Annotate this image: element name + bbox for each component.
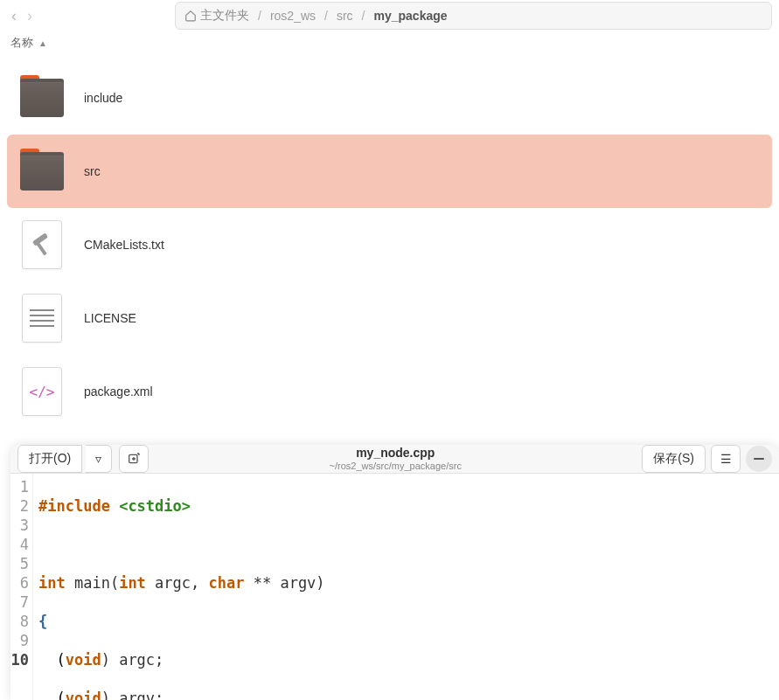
list-item[interactable]: CMakeLists.txt <box>7 208 772 281</box>
line-number-gutter: 12345678910 <box>10 474 33 700</box>
breadcrumb-separator: / <box>362 9 365 23</box>
file-name-label: LICENSE <box>84 311 136 325</box>
file-name-label: include <box>84 91 122 105</box>
column-header-name[interactable]: 名称 <box>10 35 33 51</box>
nav-arrows: ‹ › <box>7 7 37 25</box>
file-list: include src CMakeLists.txt LICENSE </> p… <box>0 54 779 435</box>
open-button-label: 打开(O) <box>29 451 71 467</box>
editor-subtitle: ~/ros2_ws/src/my_package/src <box>330 461 462 472</box>
text-editor-window: 打开(O) ▿ my_node.cpp ~/ros2_ws/src/my_pac… <box>10 445 779 700</box>
breadcrumb-separator: / <box>324 9 328 23</box>
file-manager-toolbar: ‹ › 主文件夹 / ros2_ws / src / my_package <box>0 0 779 31</box>
save-button[interactable]: 保存(S) <box>642 445 706 473</box>
hamburger-menu-button[interactable]: ☰ <box>711 445 741 473</box>
new-tab-icon <box>127 452 141 466</box>
build-file-icon <box>17 220 66 269</box>
folder-icon <box>17 147 66 196</box>
list-item[interactable]: </> package.xml <box>7 355 772 428</box>
back-button[interactable]: ‹ <box>7 7 21 25</box>
home-icon <box>184 10 197 22</box>
folder-icon <box>17 73 66 122</box>
sort-ascending-icon[interactable]: ▲ <box>38 38 47 48</box>
file-name-label: src <box>84 164 101 178</box>
open-recent-dropdown[interactable]: ▿ <box>86 445 112 473</box>
file-name-label: package.xml <box>84 385 153 399</box>
breadcrumb-home[interactable]: 主文件夹 <box>184 8 249 24</box>
editor-title-block: my_node.cpp ~/ros2_ws/src/my_package/src <box>156 446 635 472</box>
new-tab-button[interactable] <box>119 445 149 473</box>
breadcrumb-item-mypackage[interactable]: my_package <box>373 9 447 23</box>
breadcrumb-item-src[interactable]: src <box>337 9 353 23</box>
text-file-icon <box>17 294 66 343</box>
list-item[interactable]: include <box>7 61 772 135</box>
code-content[interactable]: #include <cstdio> int main(int argc, cha… <box>33 474 447 700</box>
column-header-row: 名称 ▲ <box>0 31 779 54</box>
chevron-down-icon: ▿ <box>95 452 101 466</box>
minimize-button[interactable] <box>746 446 772 472</box>
editor-headerbar: 打开(O) ▿ my_node.cpp ~/ros2_ws/src/my_pac… <box>10 445 779 474</box>
code-editor-area[interactable]: 12345678910 #include <cstdio> int main(i… <box>10 474 779 700</box>
forward-button[interactable]: › <box>23 7 37 25</box>
minimize-icon <box>754 458 764 460</box>
list-item[interactable]: LICENSE <box>7 281 772 355</box>
breadcrumb-separator: / <box>258 9 261 23</box>
file-name-label: CMakeLists.txt <box>84 238 164 252</box>
open-button[interactable]: 打开(O) <box>17 445 82 473</box>
breadcrumb-home-label: 主文件夹 <box>200 8 249 24</box>
hamburger-icon: ☰ <box>720 452 732 466</box>
open-button-group: 打开(O) ▿ <box>17 445 112 473</box>
list-item[interactable]: src <box>7 135 772 208</box>
breadcrumb-item-ros2ws[interactable]: ros2_ws <box>270 9 316 23</box>
editor-title: my_node.cpp <box>356 446 435 461</box>
save-button-label: 保存(S) <box>653 451 694 467</box>
breadcrumb[interactable]: 主文件夹 / ros2_ws / src / my_package <box>175 2 772 30</box>
xml-file-icon: </> <box>17 367 66 416</box>
editor-right-controls: 保存(S) ☰ <box>642 445 772 473</box>
